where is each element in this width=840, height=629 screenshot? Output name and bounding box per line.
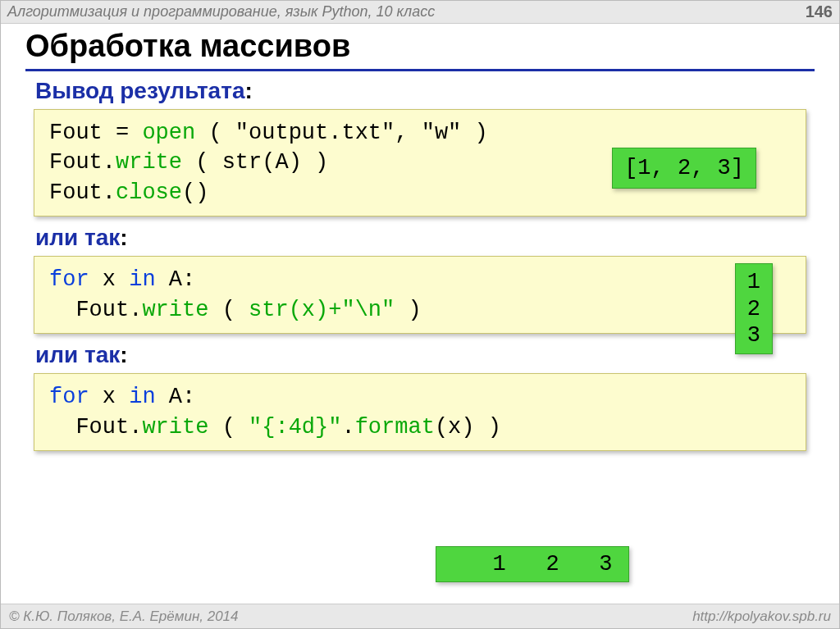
colon: : [244, 78, 252, 103]
section-label-2: или так: [35, 225, 815, 251]
fn-write: write [142, 415, 208, 440]
code-box-3: for x in A: Fout.write ( "{:4d}".format(… [34, 373, 806, 451]
fn-format: format [355, 415, 435, 440]
colon: : [120, 225, 127, 250]
kw-for: for [49, 267, 89, 292]
content-area: Обработка массивов Вывод результата: Fou… [1, 24, 839, 451]
header-bar: Алгоритмизация и программирование, язык … [1, 1, 839, 24]
section-label-1: Вывод результата: [35, 78, 815, 104]
kw-for: for [49, 385, 89, 409]
slide: Алгоритмизация и программирование, язык … [0, 0, 840, 629]
output-badge-2: 1 2 3 [735, 263, 773, 354]
code-line: Fout.write ( str(x)+"\n" ) [49, 295, 791, 325]
fn-write: write [116, 150, 182, 175]
fn-open: open [142, 121, 195, 145]
course-title: Алгоритмизация и программирование, язык … [7, 3, 435, 21]
code-box-1: Fout = open ( "output.txt", "w" ) Fout.w… [34, 109, 806, 217]
code-box-2: for x in A: Fout.write ( str(x)+"\n" ) 1… [34, 256, 806, 334]
footer-url: http://kpolyakov.spb.ru [692, 608, 831, 625]
str-arg: str(x)+"\n" [249, 298, 395, 322]
section-1-text: Вывод результата [35, 78, 244, 103]
code-line: for x in A: [49, 382, 791, 412]
footer-bar: © К.Ю. Поляков, Е.А. Ерёмин, 2014 http:/… [1, 604, 839, 628]
page-number: 146 [806, 2, 833, 21]
code-line: for x in A: [49, 265, 791, 294]
output-badge-1: [1, 2, 3] [612, 148, 756, 189]
fn-write: write [142, 298, 208, 322]
section-2-text: или так [35, 225, 120, 250]
page-title: Обработка массивов [25, 29, 815, 71]
colon: : [120, 342, 127, 367]
output-badge-3: 1 2 3 [436, 546, 629, 582]
footer-copyright: © К.Ю. Поляков, Е.А. Ерёмин, 2014 [9, 608, 239, 625]
code-line: Fout = open ( "output.txt", "w" ) [49, 118, 791, 148]
kw-in: in [129, 385, 155, 409]
kw-in: in [129, 267, 155, 292]
code-line: Fout.write ( "{:4d}".format(x) ) [49, 412, 791, 442]
format-str: "{:4d}" [249, 415, 341, 440]
fn-close: close [116, 180, 182, 205]
section-3-text: или так [35, 342, 120, 367]
section-label-3: или так: [35, 342, 815, 368]
